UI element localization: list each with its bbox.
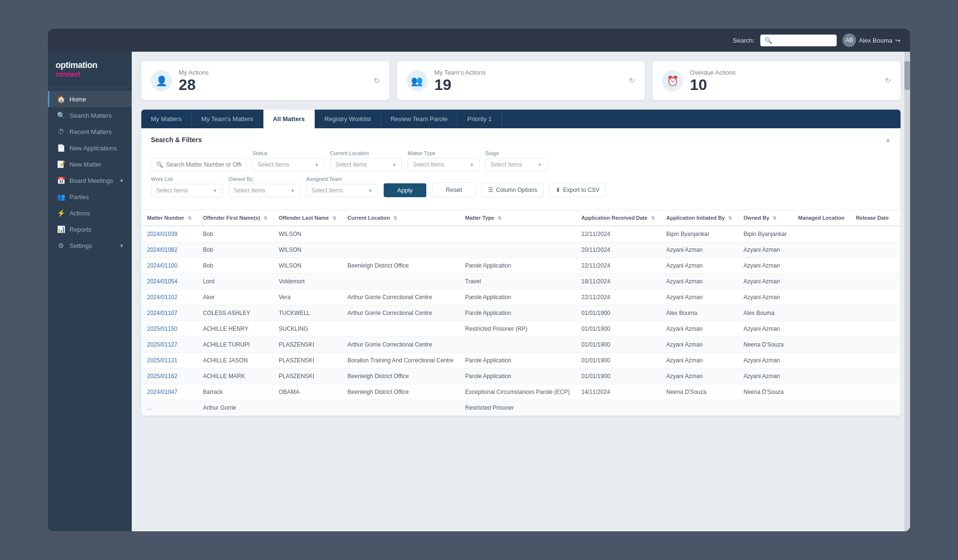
- sidebar-item-label: Parties: [69, 193, 89, 201]
- col-rp-report-date[interactable]: RP Report Date: [894, 210, 901, 226]
- table-row: 2024/01100BobWILSONBeenleigh District Of…: [141, 258, 901, 274]
- table-cell-10: [894, 226, 901, 242]
- work-list-select[interactable]: Select Items ▼: [151, 184, 223, 197]
- overdue-actions-icon: ⏰: [662, 70, 683, 91]
- table-cell-9: [850, 321, 895, 337]
- matter-number-link[interactable]: 2024/01082: [147, 246, 177, 253]
- matter-type-select[interactable]: Select Items ▼: [408, 158, 479, 171]
- tab-my-matters[interactable]: My Matters: [141, 110, 192, 128]
- table-cell-6: Azyani Azman: [661, 353, 738, 369]
- col-managed-location[interactable]: Managed Location: [792, 210, 850, 226]
- table-cell-1: ACHILLE HENRY: [197, 321, 273, 337]
- filters-collapse-icon[interactable]: ▲: [885, 136, 891, 143]
- status-label: Status: [252, 150, 324, 156]
- tab-registry-worklist[interactable]: Registry Worklist: [315, 110, 381, 128]
- matter-number-link[interactable]: 2024/01107: [147, 310, 177, 316]
- table-cell-5: 01/01/1900: [576, 321, 661, 337]
- table-cell-6: Alex Bouma: [661, 305, 738, 321]
- matter-number-link[interactable]: 2024/01039: [147, 231, 177, 237]
- col-offender-last-name[interactable]: Offender Last Name ⇅: [273, 210, 342, 226]
- sidebar-item-reports[interactable]: 📊 Reports: [48, 221, 132, 237]
- col-matter-type[interactable]: Matter Type ⇅: [459, 210, 576, 226]
- col-offender-first-name[interactable]: Offender First Name(s) ⇅: [197, 210, 273, 226]
- current-location-select[interactable]: Select Items ▼: [330, 158, 402, 171]
- sidebar-item-actions[interactable]: ⚡ Actions: [48, 205, 132, 221]
- table-cell-2: PLASZENSKI: [273, 337, 342, 353]
- assigned-team-placeholder: Select Items: [311, 187, 343, 194]
- sidebar-item-new-matter[interactable]: 📝 New Matter: [48, 156, 132, 172]
- col-current-location[interactable]: Current Location ⇅: [342, 210, 459, 226]
- table-cell-10: [894, 258, 901, 274]
- matter-number-link[interactable]: 2025/01131: [147, 357, 177, 364]
- reset-button[interactable]: Reset: [432, 182, 476, 197]
- table-cell-10: [894, 305, 901, 321]
- search-matter-input[interactable]: 🔍: [151, 158, 247, 171]
- scrollbar[interactable]: [904, 52, 910, 531]
- table-cell-7: Azyani Azman: [738, 290, 792, 305]
- logout-icon[interactable]: ↪: [895, 37, 901, 44]
- sidebar-item-label: Search Matters: [69, 112, 112, 119]
- table-cell-9: [850, 400, 895, 416]
- chevron-down-icon: ▼: [290, 188, 295, 193]
- assigned-team-select[interactable]: Select Items ▼: [306, 184, 378, 197]
- sidebar-item-new-applications[interactable]: 📄 New Applications: [48, 140, 132, 156]
- apply-button[interactable]: Apply: [384, 183, 426, 197]
- owned-by-select[interactable]: Select Items ▼: [228, 184, 300, 197]
- sidebar-item-settings[interactable]: ⚙ Settings ▼: [48, 237, 132, 254]
- matter-number-link[interactable]: ...: [147, 404, 152, 411]
- my-actions-refresh-icon[interactable]: ↻: [374, 76, 380, 85]
- data-table: Matter Number ⇅ Offender First Name(s) ⇅…: [141, 210, 901, 416]
- table-cell-8: [792, 400, 850, 416]
- col-app-received-date[interactable]: Application Received Date ⇅: [576, 210, 661, 226]
- stage-select[interactable]: Select Items ▼: [485, 158, 547, 171]
- matter-number-link[interactable]: 2025/01150: [147, 325, 177, 332]
- new-matter-icon: 📝: [57, 160, 65, 168]
- export-csv-button[interactable]: ⬇ Export to CSV: [549, 183, 606, 197]
- search-matter-field[interactable]: [166, 161, 241, 168]
- tab-review-team-parole[interactable]: Review Team Parole: [381, 110, 457, 128]
- tabs-nav: My Matters My Team's Matters All Matters…: [141, 110, 901, 128]
- table-cell-6: Azyani Azman: [661, 258, 738, 274]
- table-cell-10: [894, 321, 901, 337]
- col-matter-number[interactable]: Matter Number ⇅: [141, 210, 197, 226]
- matter-number-link[interactable]: 2024/01047: [147, 389, 177, 395]
- sidebar-item-recent-matters[interactable]: ⏱ Recent Matters: [48, 123, 132, 140]
- overdue-actions-refresh-icon[interactable]: ↻: [885, 76, 891, 85]
- matter-number-link[interactable]: 2024/01054: [147, 278, 177, 285]
- col-owned-by[interactable]: Owned By ⇅: [738, 210, 792, 226]
- table-row: ...Arthur GorrieRestricted Prisoner: [141, 400, 901, 416]
- col-app-initiated-by[interactable]: Application Initiated By ⇅: [661, 210, 738, 226]
- table-cell-3: Boralion Training And Correctional Centr…: [342, 353, 459, 369]
- column-options-button[interactable]: ☰ Column Options: [482, 183, 544, 197]
- matter-number-link[interactable]: 2025/01162: [147, 373, 177, 380]
- table-row: 2025/01150ACHILLE HENRYSUCKLINGRestricte…: [141, 321, 901, 337]
- tab-priority-1[interactable]: Priority 1: [457, 110, 502, 128]
- table-cell-0: 2024/01102: [141, 290, 197, 305]
- table-cell-4: Travel: [459, 274, 576, 290]
- tab-all-matters[interactable]: All Matters: [263, 110, 315, 128]
- actions-icon: ⚡: [57, 209, 65, 217]
- matter-number-link[interactable]: 2024/01100: [147, 262, 177, 269]
- table-cell-0: 2024/01100: [141, 258, 197, 274]
- scrollbar-thumb[interactable]: [904, 61, 910, 90]
- matter-number-link[interactable]: 2025/01127: [147, 341, 177, 348]
- sidebar-item-parties[interactable]: 👥 Parties: [48, 189, 132, 205]
- table-cell-0: 2024/01082: [141, 242, 197, 258]
- table-cell-8: [792, 337, 850, 353]
- table-row: 2024/01054LordVoldemortTravel18/11/2024A…: [141, 274, 901, 290]
- matter-number-link[interactable]: 2024/01102: [147, 294, 177, 301]
- summary-cards: 👤 My Actions 28 ↻ 👥 My Team's Actions 19…: [141, 61, 901, 100]
- status-select[interactable]: Select Items ▼: [252, 158, 324, 171]
- sidebar-item-home[interactable]: 🏠 Home: [48, 91, 132, 107]
- sidebar-item-board-meetings[interactable]: 📅 Board Meetings ▼: [48, 172, 132, 189]
- sidebar-item-search-matters[interactable]: 🔍 Search Matters: [48, 107, 132, 123]
- tab-my-team-matters[interactable]: My Team's Matters: [192, 110, 263, 128]
- search-input[interactable]: [774, 37, 832, 44]
- col-release-date[interactable]: Release Date: [850, 210, 895, 226]
- search-box[interactable]: 🔍: [760, 34, 837, 46]
- table-cell-10: [894, 242, 901, 258]
- my-team-actions-refresh-icon[interactable]: ↻: [629, 76, 635, 85]
- table-cell-4: Parole Application: [459, 305, 576, 321]
- my-team-actions-value: 19: [434, 77, 623, 92]
- my-actions-card: 👤 My Actions 28 ↻: [141, 61, 389, 100]
